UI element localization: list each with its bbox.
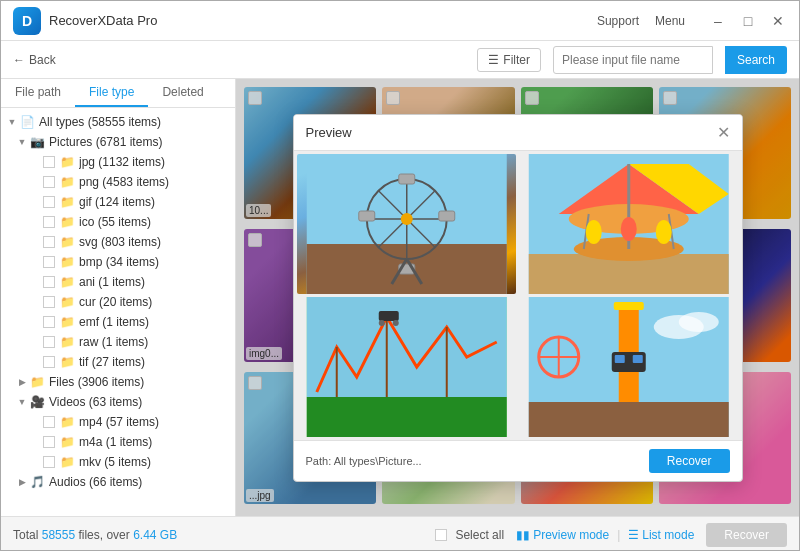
bmp-checkbox[interactable] — [43, 256, 55, 268]
select-all-checkbox[interactable] — [435, 529, 447, 541]
tree-item-gif[interactable]: ▶ 📁 gif (124 items) — [1, 192, 235, 212]
png-icon: 📁 — [59, 174, 75, 190]
tree-item-mkv[interactable]: ▶ 📁 mkv (5 items) — [1, 452, 235, 472]
window-controls: – □ ✕ — [709, 12, 787, 30]
mp4-icon: 📁 — [59, 414, 75, 430]
cur-icon: 📁 — [59, 294, 75, 310]
gif-label: gif (124 items) — [79, 195, 155, 209]
svg-point-23 — [586, 220, 602, 244]
support-link[interactable]: Support — [597, 14, 639, 28]
preview-mode-button[interactable]: ▮▮ Preview mode — [516, 528, 609, 542]
preview-image-2[interactable] — [519, 154, 739, 294]
title-bar-right: Support Menu – □ ✕ — [597, 12, 787, 30]
tab-deleted[interactable]: Deleted — [148, 79, 217, 107]
content-area: 10... 3.jpg img0... ...jpg — [236, 79, 799, 516]
tree-item-ico[interactable]: ▶ 📁 ico (55 items) — [1, 212, 235, 232]
gif-icon: 📁 — [59, 194, 75, 210]
app-logo: D — [13, 7, 41, 35]
cur-checkbox[interactable] — [43, 296, 55, 308]
tree-item-ani[interactable]: ▶ 📁 ani (1 items) — [1, 272, 235, 292]
svg-rect-9 — [438, 211, 454, 221]
preview-image-1[interactable] — [297, 154, 517, 294]
tree-item-videos[interactable]: ▼ 🎥 Videos (63 items) — [1, 392, 235, 412]
all-types-icon: 📄 — [19, 114, 35, 130]
tree-item-svg[interactable]: ▶ 📁 svg (803 items) — [1, 232, 235, 252]
svg-point-25 — [656, 220, 672, 244]
svg-icon: 📁 — [59, 234, 75, 250]
raw-checkbox[interactable] — [43, 336, 55, 348]
tree-item-emf[interactable]: ▶ 📁 emf (1 items) — [1, 312, 235, 332]
tree-item-m4a[interactable]: ▶ 📁 m4a (1 items) — [1, 432, 235, 452]
bmp-label: bmp (34 items) — [79, 255, 159, 269]
search-button[interactable]: Search — [725, 46, 787, 74]
tab-file-path[interactable]: File path — [1, 79, 75, 107]
tree-item-all-types[interactable]: ▼ 📄 All types (58555 items) — [1, 112, 235, 132]
tree-item-files[interactable]: ▶ 📁 Files (3906 items) — [1, 372, 235, 392]
tree-item-mp4[interactable]: ▶ 📁 mp4 (57 items) — [1, 412, 235, 432]
tree-item-png[interactable]: ▶ 📁 png (4583 items) — [1, 172, 235, 192]
status-text: Total 58555 files, over 6.44 GB — [13, 528, 177, 542]
search-input[interactable] — [553, 46, 713, 74]
ico-checkbox[interactable] — [43, 216, 55, 228]
minimize-button[interactable]: – — [709, 12, 727, 30]
tif-checkbox[interactable] — [43, 356, 55, 368]
modal-overlay: Preview ✕ — [236, 79, 799, 516]
expand-arrow-icon: ▼ — [15, 135, 29, 149]
svg-label: svg (803 items) — [79, 235, 161, 249]
videos-label: Videos (63 items) — [49, 395, 142, 409]
tab-bar: File path File type Deleted — [1, 79, 235, 108]
emf-checkbox[interactable] — [43, 316, 55, 328]
maximize-button[interactable]: □ — [739, 12, 757, 30]
tree-item-jpg[interactable]: ▶ 📁 jpg (1132 items) — [1, 152, 235, 172]
bmp-icon: 📁 — [59, 254, 75, 270]
svg-rect-8 — [398, 174, 414, 184]
select-all-checkbox-area[interactable]: Select all — [435, 528, 504, 542]
ani-checkbox[interactable] — [43, 276, 55, 288]
tree-item-raw[interactable]: ▶ 📁 raw (1 items) — [1, 332, 235, 352]
mkv-label: mkv (5 items) — [79, 455, 151, 469]
modal-footer: Path: All types\Picture... Recover — [294, 440, 742, 481]
pictures-label: Pictures (6781 items) — [49, 135, 162, 149]
jpg-checkbox[interactable] — [43, 156, 55, 168]
modal-image-grid — [294, 151, 742, 440]
preview-image-3[interactable] — [297, 297, 517, 437]
back-button[interactable]: ← Back — [13, 53, 56, 67]
filter-button[interactable]: ☰ Filter — [477, 48, 541, 72]
modal-header: Preview ✕ — [294, 115, 742, 151]
files-expand-icon: ▶ — [15, 375, 29, 389]
app-title: RecoverXData Pro — [49, 13, 597, 28]
raw-icon: 📁 — [59, 334, 75, 350]
tif-label: tif (27 items) — [79, 355, 145, 369]
m4a-checkbox[interactable] — [43, 436, 55, 448]
files-label: Files (3906 items) — [49, 375, 144, 389]
preview-image-4[interactable] — [519, 297, 739, 437]
recover-bottom-button[interactable]: Recover — [706, 523, 787, 547]
svg-point-24 — [621, 217, 637, 241]
tree-item-pictures[interactable]: ▼ 📷 Pictures (6781 items) — [1, 132, 235, 152]
png-checkbox[interactable] — [43, 176, 55, 188]
total-files-count: 58555 — [42, 528, 75, 542]
close-button[interactable]: ✕ — [769, 12, 787, 30]
toolbar: ← Back ☰ Filter Search — [1, 41, 799, 79]
tree-item-tif[interactable]: ▶ 📁 tif (27 items) — [1, 352, 235, 372]
audios-icon: 🎵 — [29, 474, 45, 490]
ico-label: ico (55 items) — [79, 215, 151, 229]
mp4-checkbox[interactable] — [43, 416, 55, 428]
mkv-checkbox[interactable] — [43, 456, 55, 468]
tree-item-bmp[interactable]: ▶ 📁 bmp (34 items) — [1, 252, 235, 272]
recover-button[interactable]: Recover — [649, 449, 730, 473]
list-mode-button[interactable]: ☰ List mode — [628, 528, 694, 542]
png-label: png (4583 items) — [79, 175, 169, 189]
tree-item-audios[interactable]: ▶ 🎵 Audios (66 items) — [1, 472, 235, 492]
svg-rect-41 — [633, 355, 643, 363]
menu-link[interactable]: Menu — [655, 14, 685, 28]
view-mode-controls: ▮▮ Preview mode | ☰ List mode — [516, 528, 694, 542]
tree-item-cur[interactable]: ▶ 📁 cur (20 items) — [1, 292, 235, 312]
expand-arrow-icon: ▼ — [5, 115, 19, 129]
svg-checkbox[interactable] — [43, 236, 55, 248]
tab-file-type[interactable]: File type — [75, 79, 148, 107]
svg-rect-40 — [615, 355, 625, 363]
svg-rect-27 — [306, 397, 506, 437]
gif-checkbox[interactable] — [43, 196, 55, 208]
modal-close-button[interactable]: ✕ — [717, 123, 730, 142]
